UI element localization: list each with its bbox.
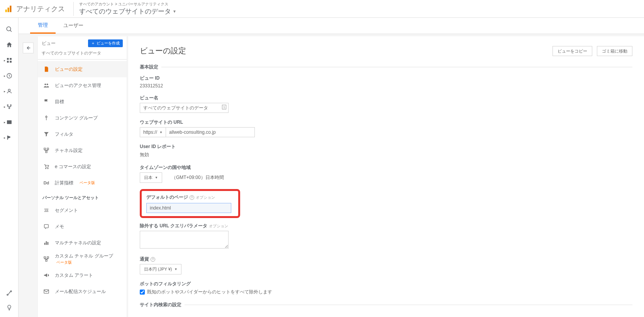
search-icon[interactable] [5,25,14,34]
tab-user[interactable]: ユーザー [56,17,91,34]
svg-point-22 [46,168,46,169]
copy-view-button[interactable]: ビューをコピー [552,46,592,56]
attribution-icon[interactable] [5,288,14,298]
chevron-down-icon: ▼ [155,176,158,179]
svg-point-18 [47,84,48,85]
input-clear-icon[interactable]: 1 [222,105,226,109]
create-view-button[interactable]: ＋ ビューを作成 [88,39,123,47]
svg-rect-32 [44,257,46,258]
exclude-query-label: 除外する URL クエリパラメータ [140,223,207,229]
dd-icon: Dd [42,181,50,185]
chevron-down-icon: ▼ [175,268,178,271]
view-column-label: ビュー [42,40,56,47]
nav-scheduled-emails[interactable]: メール配信スケジュール [38,283,127,300]
default-page-label: デフォルトのページ [146,194,188,201]
nav-annotations[interactable]: メモ [38,218,127,235]
currency-select[interactable]: 日本円 (JPY ¥)▼ [140,264,181,274]
nav-view-access[interactable]: ビューのアクセス管理 [38,77,127,94]
cart-icon [42,164,50,170]
customization-icon[interactable]: ▸ [5,56,14,65]
nav-ecommerce[interactable]: e コマースの設定 [38,158,127,175]
note-icon [42,223,50,230]
basic-settings-heading: 基本設定 [140,64,632,70]
trash-view-button[interactable]: ゴミ箱に移動 [597,46,632,56]
svg-point-3 [7,27,11,31]
nav-channel-settings[interactable]: チャネル設定 [38,142,127,158]
timezone-country-select[interactable]: 日本▼ [140,172,162,183]
account-switcher[interactable]: すべてのアカウント > ユニバーサルアナリティクス すべてのウェブサイトのデータ… [73,2,176,16]
view-id-label: ビュー ID [140,75,632,82]
breadcrumb-current: すべてのウェブサイトのデータ [79,7,171,16]
left-rail: ▸ ▸ ▸ ▸ ▸ ▸ [0,18,19,317]
channel-icon [42,147,50,153]
nav-segments[interactable]: セグメント [38,202,127,218]
acquisition-icon[interactable]: ▸ [5,102,14,111]
default-page-highlight: デフォルトのページ ? オプション [140,189,240,218]
product-name: アナリティクス [16,4,65,14]
tab-admin[interactable]: 管理 [30,17,56,34]
svg-rect-7 [7,61,9,63]
discover-icon[interactable] [5,303,14,312]
mail-icon [42,288,50,295]
svg-rect-5 [7,58,9,60]
svg-rect-2 [10,5,11,12]
chevron-down-icon: ▼ [159,131,163,134]
nav-content-grouping[interactable]: コンテンツ グループ [38,110,127,126]
nav-goals[interactable]: 目標 [38,94,127,110]
svg-point-27 [47,210,48,210]
view-name-label: ビュー名 [140,95,632,101]
svg-line-4 [10,30,12,32]
nav-filters[interactable]: フィルタ [38,126,127,142]
help-icon[interactable]: ? [151,257,155,262]
settings-panel: ビューの設定 ビューをコピー ゴミ箱に移動 基本設定 ビュー ID 233312… [128,36,644,317]
nav-view-settings[interactable]: ビューの設定 [38,61,127,77]
protocol-select[interactable]: https://▼ [140,127,166,137]
back-button[interactable] [23,43,34,53]
svg-rect-29 [44,243,46,245]
site-search-heading: サイト内検索の設定 [140,302,632,308]
bot-filter-checkbox[interactable] [140,290,145,295]
svg-rect-31 [47,242,49,245]
url-label: ウェブサイトの URL [140,119,632,126]
user-id-label: User ID レポート [140,143,632,150]
svg-point-12 [10,105,11,106]
nav-multichannel[interactable]: マルチチャネルの設定 [38,235,127,251]
help-icon[interactable]: ? [190,195,194,200]
home-icon[interactable] [5,40,14,49]
logo: アナリティクス [5,4,65,14]
view-selector[interactable]: すべてのウェブサイトのデータ [38,49,127,60]
svg-rect-34 [46,260,47,261]
bot-filter-label: ボットのフィルタリング [140,281,632,287]
svg-rect-33 [47,257,49,258]
url-input[interactable] [166,127,255,137]
nav-calculated-metrics[interactable]: Dd 計算指標 ベータ版 [38,175,127,191]
svg-point-16 [10,291,12,292]
flag-icon [42,99,50,105]
conversions-icon[interactable]: ▸ [5,133,14,142]
people-icon [42,82,50,89]
user-id-value: 無効 [140,152,632,158]
bot-filter-text: 既知のボットやスパイダーからのヒットをすべて除外します [147,289,272,295]
realtime-icon[interactable]: ▸ [5,71,14,80]
default-page-input[interactable] [146,203,231,213]
nav-custom-alerts[interactable]: カスタム アラート [38,267,127,283]
svg-point-11 [7,105,8,106]
breadcrumb-path: すべてのアカウント > ユニバーサルアナリティクス [79,2,176,7]
svg-rect-30 [46,241,47,245]
svg-rect-21 [46,151,47,153]
svg-rect-14 [7,120,12,124]
page-title: ビューの設定 [140,46,186,56]
megaphone-icon [42,272,50,278]
svg-rect-20 [47,148,49,150]
nav-custom-channel[interactable]: カスタム チャネル グループ ベータ版 [38,251,127,267]
audience-icon[interactable]: ▸ [5,87,14,96]
svg-point-17 [44,84,46,85]
segment-icon [42,207,50,213]
content-group-icon [42,115,50,121]
exclude-query-input[interactable] [140,231,229,249]
behavior-icon[interactable]: ▸ [5,118,14,127]
svg-point-23 [47,168,48,169]
timezone-offset: （GMT+09:00）日本時間 [171,174,224,181]
analytics-logo-icon [5,5,12,13]
view-name-input[interactable] [140,103,229,113]
